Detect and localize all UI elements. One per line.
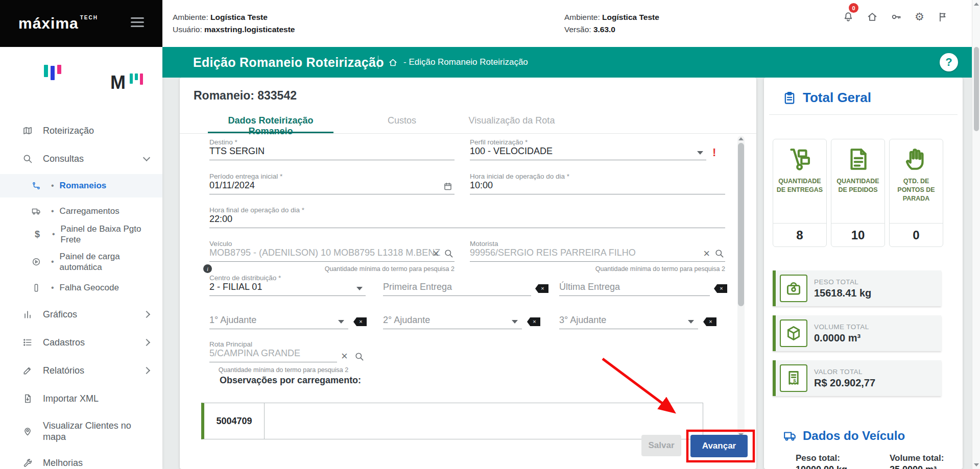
destino-field[interactable]: Destino * TTS SERGIN	[209, 138, 455, 160]
sidebar-item-painel-carga[interactable]: • Painel de carga automática	[0, 247, 162, 277]
accent-bar	[773, 315, 776, 351]
periodo-entrega-field[interactable]: Período entrega inicial * 01/11/2024	[209, 172, 455, 194]
ajudante2-select[interactable]: 2° Ajudante	[383, 307, 522, 329]
backspace-clear-icon[interactable]: ×	[527, 317, 540, 326]
romaneio-heading: Romaneio: 833542	[194, 89, 297, 103]
help-button[interactable]: ?	[940, 53, 958, 71]
observacao-tab[interactable]: 5004709	[201, 403, 265, 439]
hora-inicial-field[interactable]: Hora inicial de operação do dia * 10:00	[470, 172, 725, 194]
phone-icon	[32, 283, 41, 292]
dollar-icon: $	[33, 229, 42, 240]
gear-icon[interactable]: ⚙	[915, 11, 924, 22]
scroll-up-icon[interactable]	[738, 137, 744, 140]
play-circle-icon	[32, 257, 41, 266]
total-geral-panel: Total Geral QUANTIDADE DE ENTREGAS 8 QUA…	[764, 78, 963, 469]
motorista-field[interactable]: Motorista 99956/SERGIO REIS PARREIRA FIL…	[470, 240, 725, 262]
sidebar-item-visualizar-clientes[interactable]: Visualizar Clientes no mapa	[0, 416, 162, 446]
accent-bar	[773, 360, 776, 396]
active-tab-indicator	[208, 132, 333, 133]
bar-chart-icon	[22, 309, 33, 319]
sidebar-item-romaneios[interactable]: • Romaneios	[0, 174, 162, 198]
ultima-entrega-field[interactable]: Última Entrega	[559, 274, 710, 296]
helper-text: Quantidade mínima do termo para pesquisa…	[209, 366, 357, 374]
info-icon[interactable]: i	[203, 264, 212, 273]
key-icon[interactable]	[891, 11, 902, 22]
backspace-clear-icon[interactable]: ×	[703, 317, 716, 326]
volume-total-row: VOLUME TOTAL 0.0000 m³	[773, 315, 941, 351]
field-label: Destino *	[209, 138, 237, 146]
form-scrollbar-thumb[interactable]	[738, 143, 744, 306]
sidebar-item-relatorios[interactable]: Relatórios	[0, 359, 162, 382]
sidebar-item-importar-xml[interactable]: Importar XML	[0, 387, 162, 410]
chevron-right-icon	[143, 367, 150, 374]
tab-custos[interactable]: Custos	[358, 115, 445, 132]
caret-down-icon[interactable]	[697, 151, 703, 155]
breadcrumb-home-icon[interactable]	[388, 58, 398, 67]
rota-principal-field[interactable]: Rota Principal 5/CAMPINA GRANDE	[209, 340, 337, 362]
centro-distribuicao-select[interactable]: Centro de distribuição * 2 - FILIAL 01	[209, 274, 366, 296]
caret-down-icon[interactable]	[356, 287, 363, 290]
invoice-dollar-icon: $	[785, 369, 802, 387]
hand-truck-icon	[787, 146, 812, 172]
calendar-icon[interactable]	[443, 182, 452, 191]
helper-text: Quantidade mínima do termo para pesquisa…	[470, 265, 725, 273]
volume-total-value: 25.0000 m³	[890, 464, 937, 469]
sidebar-item-consultas[interactable]: Consultas	[0, 147, 162, 170]
page-scrollbar-thumb[interactable]	[974, 47, 979, 131]
sidebar-item-cadastros[interactable]: Cadastros	[0, 331, 162, 354]
search-icon[interactable]	[444, 249, 453, 258]
backspace-clear-icon[interactable]: ×	[714, 284, 727, 293]
observacoes-label: Observações por carregamento:	[220, 375, 361, 386]
divider	[769, 114, 958, 115]
divider	[378, 56, 378, 69]
scroll-up-icon[interactable]	[974, 3, 979, 6]
romaneio-form: Destino * TTS SERGIN Perfil roteirização…	[180, 134, 756, 440]
hora-final-field[interactable]: Hora final de operação do dia * 22:00	[209, 206, 725, 228]
search-icon[interactable]	[354, 352, 364, 361]
clear-icon[interactable]: ×	[703, 248, 710, 259]
total-geral-title: Total Geral	[803, 90, 871, 106]
perfil-roteirizacao-select[interactable]: Perfil roteirização * 100 - VELOCIDADE	[470, 138, 706, 160]
backspace-clear-icon[interactable]: ×	[353, 317, 367, 326]
sidebar-item-melhorias[interactable]: Melhorias	[0, 451, 162, 469]
breadcrumb: - Edição Romaneio Roteirização	[403, 57, 528, 67]
flag-icon[interactable]	[937, 11, 948, 22]
logo-text: máximaTECH	[18, 15, 98, 32]
list-icon	[22, 337, 33, 348]
ajudante1-select[interactable]: 1° Ajudante	[209, 307, 348, 329]
menu-toggle-icon[interactable]	[131, 17, 145, 30]
clear-icon[interactable]: ×	[433, 248, 439, 259]
wrench-icon	[22, 458, 33, 468]
search-icon[interactable]	[714, 249, 724, 258]
peso-total-row: PESO TOTAL 15618.41 kg	[773, 270, 941, 306]
sidebar-item-graficos[interactable]: Gráficos	[0, 303, 162, 326]
salvar-button[interactable]: Salvar	[641, 435, 681, 456]
version-info: Ambiente: Logística Teste Versão: 3.63.0	[564, 11, 659, 36]
scroll-down-icon[interactable]	[974, 463, 979, 466]
veiculo-field[interactable]: Veículo MOB8795 - (ADENILSON) 10 MOB8795…	[209, 240, 455, 262]
sidebar-item-painel-baixa[interactable]: $ • Painel de Baixa Pgto Frete	[0, 219, 162, 249]
tab-visualizacao-rota[interactable]: Visualização da Rota	[456, 115, 568, 132]
caret-down-icon[interactable]	[688, 320, 694, 324]
sidebar: M Roteirização Consultas • Romaneios • C…	[0, 47, 162, 469]
truck-icon	[32, 207, 41, 216]
backspace-clear-icon[interactable]: ×	[535, 284, 548, 293]
home-icon[interactable]	[867, 11, 878, 22]
caret-down-icon[interactable]	[512, 320, 518, 324]
accent-bar	[773, 270, 776, 306]
caret-down-icon[interactable]	[338, 320, 344, 324]
search-icon	[22, 154, 33, 164]
map-icon	[22, 126, 33, 136]
app-logo: máximaTECH	[0, 0, 162, 47]
chevron-down-icon	[143, 154, 150, 161]
ajudante3-select[interactable]: 3° Ajudante	[559, 307, 698, 329]
form-scrollbar[interactable]	[737, 136, 745, 438]
avancar-button[interactable]: Avançar	[690, 435, 748, 457]
primeira-entrega-field[interactable]: Primeira Entrega	[383, 274, 531, 296]
sidebar-item-falha-geocode[interactable]: • Falha Geocode	[0, 276, 162, 300]
page-scrollbar[interactable]	[972, 0, 980, 469]
bell-icon[interactable]	[843, 11, 854, 22]
tab-dados-roteirizacao[interactable]: Dados Roteirização Romaneio	[208, 115, 333, 132]
stat-card-pedidos: QUANTIDADE DE PEDIDOS 10	[831, 139, 885, 247]
sidebar-item-roteirizacao[interactable]: Roteirização	[0, 119, 162, 142]
